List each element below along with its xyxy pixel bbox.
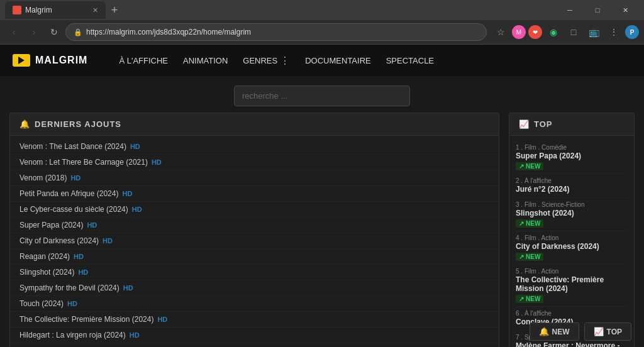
logo-icon	[13, 54, 30, 67]
bookmark-button[interactable]: ☆	[492, 23, 509, 41]
movie-item[interactable]: Reagan (2024) HD	[10, 249, 499, 265]
trending-float-icon: 📈	[594, 327, 604, 336]
site-logo[interactable]: MALGRIM	[13, 54, 87, 67]
genres-dots: ⋮	[280, 55, 290, 67]
top-column: 📈 TOP 1 . Film . Comédie Super Papa (202…	[509, 113, 635, 347]
browser-actions: ☆ M ❤ ◉ □ 📺 ⋮ P	[492, 23, 639, 41]
address-bar[interactable]: 🔒 https://malgrim.com/jds8d3xqp22n/home/…	[65, 23, 487, 41]
main-content: 🔔 DERNIERS AJOUTS Venom : The Last Dance…	[0, 113, 644, 347]
maximize-button[interactable]: □	[584, 0, 611, 20]
top-item-5[interactable]: 5 . Film . Action The Collective: Premiè…	[516, 265, 628, 307]
new-tab-button[interactable]: +	[106, 1, 123, 19]
bell-icon: 🔔	[19, 119, 30, 129]
movie-item[interactable]: Venom : The Last Dance (2024) HD	[10, 139, 499, 155]
back-button[interactable]: ‹	[5, 23, 23, 41]
top-item-2[interactable]: 2 . À l'affiche Juré n°2 (2024)	[516, 174, 628, 198]
forward-button[interactable]: ›	[25, 23, 43, 41]
tab-favicon	[13, 6, 21, 14]
top-badge-4: ↗ NEW	[516, 253, 543, 261]
search-container	[0, 76, 644, 113]
top-item-3[interactable]: 3 . Film . Science-Fiction Slingshot (20…	[516, 198, 628, 231]
profile-avatar[interactable]: P	[625, 25, 639, 39]
movie-item[interactable]: Super Papa (2024) HD	[10, 218, 499, 233]
logo-text: MALGRIM	[35, 55, 87, 66]
extension-5[interactable]: 📺	[585, 23, 602, 41]
top-section-header: 📈 TOP	[509, 113, 635, 136]
derniers-ajouts-title: DERNIERS AJOUTS	[35, 119, 121, 129]
top-section-title: TOP	[534, 119, 553, 129]
extension-1[interactable]: M	[512, 25, 526, 39]
nav-genres[interactable]: GENRES ⋮	[243, 55, 290, 67]
url-text: https://malgrim.com/jds8d3xqp22n/home/ma…	[86, 28, 251, 36]
close-button[interactable]: ✕	[611, 0, 639, 20]
nav-spectacle[interactable]: SPECTACLE	[386, 56, 434, 65]
top-item-1[interactable]: 1 . Film . Comédie Super Papa (2024) ↗ N…	[516, 141, 628, 174]
trending-icon: 📈	[519, 119, 529, 129]
movie-item[interactable]: Touch (2024) HD	[10, 296, 499, 312]
movie-item[interactable]: The Collective: Première Mission (2024) …	[10, 312, 499, 328]
tab-title: Malgrim	[25, 6, 52, 14]
movie-item[interactable]: Petit Panda en Afrique (2024) HD	[10, 186, 499, 202]
window-controls: ─ □ ✕	[556, 0, 639, 20]
nav-a-laffiche[interactable]: À L'AFFICHE	[119, 56, 168, 65]
nav-documentaire[interactable]: DOCUMENTAIRE	[305, 56, 370, 65]
movie-item[interactable]: City of Darkness (2024) HD	[10, 233, 499, 249]
play-icon	[18, 57, 25, 64]
movie-item[interactable]: Slingshot (2024) HD	[10, 265, 499, 280]
reload-button[interactable]: ↻	[45, 23, 63, 41]
movie-item[interactable]: Venom (2018) HD	[10, 170, 499, 186]
float-new-button[interactable]: 🔔 NEW	[530, 322, 579, 341]
badge-arrow-icon: ↗	[519, 295, 524, 302]
tab-close-button[interactable]: ✕	[92, 6, 98, 14]
tab-bar: Malgrim ✕ + ─ □ ✕	[0, 0, 644, 20]
minimize-button[interactable]: ─	[556, 0, 584, 20]
site-content: MALGRIM À L'AFFICHE ANIMATION GENRES ⋮ D…	[0, 45, 644, 347]
float-top-button[interactable]: 📈 TOP	[584, 322, 631, 341]
extension-3[interactable]: ◉	[545, 23, 562, 41]
active-tab[interactable]: Malgrim ✕	[5, 1, 106, 19]
search-input[interactable]	[234, 85, 410, 106]
extension-4[interactable]: □	[565, 23, 582, 41]
derniers-ajouts-column: 🔔 DERNIERS AJOUTS Venom : The Last Dance…	[9, 113, 499, 347]
movie-item[interactable]: Le Cyber-casse du siècle (2024) HD	[10, 202, 499, 218]
site-header: MALGRIM À L'AFFICHE ANIMATION GENRES ⋮ D…	[0, 45, 644, 76]
badge-arrow-icon: ↗	[519, 163, 524, 170]
browser-chrome: Malgrim ✕ + ─ □ ✕ ‹ › ↻ 🔒 https://malgri…	[0, 0, 644, 45]
extension-2[interactable]: ❤	[528, 25, 542, 39]
movie-item[interactable]: Hildegart : La virgen roja (2024) HD	[10, 328, 499, 343]
movie-item[interactable]: Sympathy for the Devil (2024) HD	[10, 280, 499, 296]
nav-menu: À L'AFFICHE ANIMATION GENRES ⋮ DOCUMENTA…	[119, 55, 434, 67]
top-badge-5: ↗ NEW	[516, 295, 543, 303]
lock-icon: 🔒	[74, 28, 82, 36]
derniers-ajouts-header: 🔔 DERNIERS AJOUTS	[9, 113, 499, 136]
extension-menu[interactable]: ⋮	[605, 23, 623, 41]
movie-item[interactable]: Mylène Farmer : Nevermore - Le film (202…	[10, 343, 499, 347]
address-bar-row: ‹ › ↻ 🔒 https://malgrim.com/jds8d3xqp22n…	[0, 20, 644, 44]
nav-animation[interactable]: ANIMATION	[183, 56, 228, 65]
top-badge-3: ↗ NEW	[516, 219, 543, 228]
top-badge-1: ↗ NEW	[516, 162, 543, 170]
badge-arrow-icon: ↗	[519, 220, 524, 227]
top-list: 1 . Film . Comédie Super Papa (2024) ↗ N…	[509, 136, 635, 347]
top-item-4[interactable]: 4 . Film . Action City of Darkness (2024…	[516, 231, 628, 265]
movie-item[interactable]: Venom : Let There Be Carnage (2021) HD	[10, 155, 499, 170]
badge-arrow-icon: ↗	[519, 253, 524, 260]
movies-list: Venom : The Last Dance (2024) HD Venom :…	[9, 136, 499, 347]
floating-buttons: 🔔 NEW 📈 TOP	[530, 322, 631, 341]
bell-float-icon: 🔔	[539, 327, 549, 336]
